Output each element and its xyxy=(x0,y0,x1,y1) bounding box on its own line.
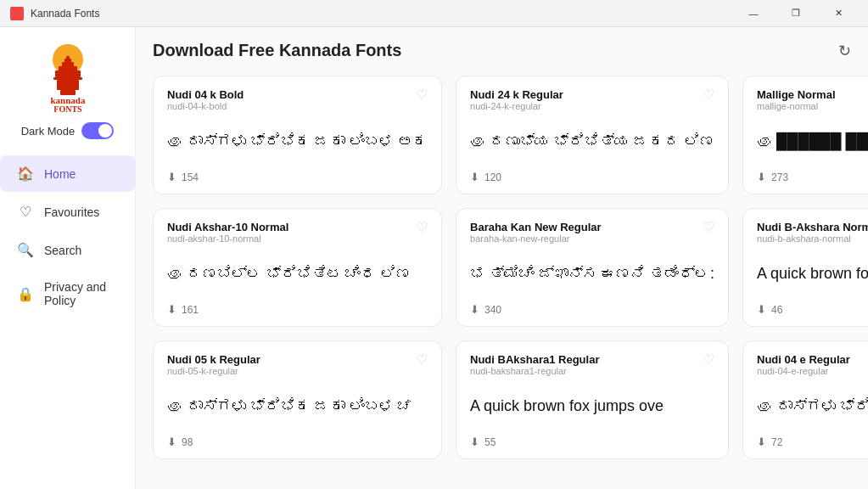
download-count: 55 xyxy=(484,436,496,448)
font-name: Nudi 04 e Regular xyxy=(757,353,850,366)
download-count: 154 xyxy=(182,171,199,183)
sidebar-item-search[interactable]: 🔍 Search xyxy=(0,232,135,268)
font-preview: A quick brown fox jumps ove xyxy=(470,383,714,429)
svg-rect-5 xyxy=(66,56,70,60)
font-name: Nudi 05 k Regular xyxy=(167,353,260,366)
download-count: 72 xyxy=(771,436,782,448)
font-footer: ⬇ 120 xyxy=(470,171,714,183)
font-info: Nudi Akshar-10 Normal nudi-akshar-10-nor… xyxy=(167,221,288,249)
font-card: Nudi 04 e Regular nudi-04-e-regular ♡ ಄ … xyxy=(742,340,868,459)
favourite-button[interactable]: ♡ xyxy=(416,221,428,234)
heart-icon: ♡ xyxy=(17,204,34,220)
font-slug: nudi-24-k-regular xyxy=(470,101,563,111)
font-footer: ⬇ 340 xyxy=(470,303,714,316)
app-title: Kannada Fonts xyxy=(31,8,99,20)
font-slug: nudi-akshar-10-normal xyxy=(167,233,288,244)
minimize-button[interactable]: — xyxy=(734,0,773,27)
toggle-knob xyxy=(98,124,112,138)
font-info: Nudi 04 k Bold nudi-04-k-bold xyxy=(167,88,244,116)
download-icon: ⬇ xyxy=(167,171,176,183)
font-card: Nudi Akshar-10 Normal nudi-akshar-10-nor… xyxy=(153,208,442,327)
refresh-button[interactable]: ↻ xyxy=(838,42,851,60)
app-logo: kannada FONTS xyxy=(30,41,106,117)
font-footer: ⬇ 154 xyxy=(167,171,428,183)
favourite-button[interactable]: ♡ xyxy=(703,353,714,367)
sidebar-item-privacy[interactable]: 🔒 Privacy and Policy xyxy=(0,270,135,318)
sidebar-item-home[interactable]: 🏠 Home xyxy=(0,155,135,192)
font-slug: nudi-04-k-bold xyxy=(167,101,244,111)
font-card-header: Nudi Akshar-10 Normal nudi-akshar-10-nor… xyxy=(167,221,428,249)
download-icon: ⬇ xyxy=(167,436,176,448)
maximize-button[interactable]: ❐ xyxy=(776,0,815,27)
font-card-header: Nudi 04 k Bold nudi-04-k-bold ♡ xyxy=(167,88,428,116)
titlebar-left: Kannada Fonts xyxy=(10,7,99,20)
font-preview: ಄ ██████ ████ █████ ████ ████ █ xyxy=(757,118,868,164)
font-preview: ಭ ತ್ಮಿಚಿಂ ಜ್ಞಾನ್ಸ ಈಣನಿ ತಡಿಂಧ್ಲ: xyxy=(470,250,714,296)
font-name: Nudi Akshar-10 Normal xyxy=(167,221,288,233)
font-info: Nudi 24 k Regular nudi-24-k-regular xyxy=(470,88,563,116)
font-footer: ⬇ 161 xyxy=(167,303,428,316)
font-footer: ⬇ 46 xyxy=(757,303,868,316)
font-info: Nudi 05 k Regular nudi-05-k-regular xyxy=(167,353,260,381)
font-name: Baraha Kan New Regular xyxy=(470,221,602,233)
download-count: 273 xyxy=(771,171,788,183)
download-icon: ⬇ xyxy=(757,303,766,316)
download-icon: ⬇ xyxy=(757,171,766,183)
font-footer: ⬇ 55 xyxy=(470,436,714,448)
download-icon: ⬇ xyxy=(470,171,479,183)
font-info: Baraha Kan New Regular baraha-kan-new-re… xyxy=(470,221,602,249)
font-footer: ⬇ 98 xyxy=(167,436,428,448)
sidebar-item-home-label: Home xyxy=(44,167,76,181)
svg-text:FONTS: FONTS xyxy=(53,104,82,114)
font-info: Nudi B-Akshara Normal nudi-b-akshara-nor… xyxy=(757,221,868,249)
dark-mode-toggle[interactable] xyxy=(81,122,114,139)
font-name: Nudi 24 k Regular xyxy=(470,88,563,101)
titlebar-controls: — ❐ ✕ xyxy=(734,0,858,27)
titlebar: Kannada Fonts — ❐ ✕ xyxy=(0,0,868,27)
font-card-header: Nudi 05 k Regular nudi-05-k-regular ♡ xyxy=(167,353,428,381)
sidebar-item-favourites[interactable]: ♡ Favourites xyxy=(0,194,135,230)
font-card-header: Nudi 24 k Regular nudi-24-k-regular ♡ xyxy=(470,88,714,116)
dark-mode-label: Dark Mode xyxy=(21,125,76,138)
download-icon: ⬇ xyxy=(470,436,479,448)
font-info: Mallige Normal mallige-normal xyxy=(757,88,835,116)
font-info: Nudi BAkshara1 Regular nudi-bakshara1-re… xyxy=(470,353,599,381)
font-card-header: Nudi B-Akshara Normal nudi-b-akshara-nor… xyxy=(757,221,868,249)
sidebar-item-privacy-label: Privacy and Policy xyxy=(44,280,118,307)
favourite-button[interactable]: ♡ xyxy=(416,88,428,102)
font-card-header: Baraha Kan New Regular baraha-kan-new-re… xyxy=(470,221,714,249)
font-card: Baraha Kan New Regular baraha-kan-new-re… xyxy=(456,208,729,327)
font-card-header: Mallige Normal mallige-normal ♡ xyxy=(757,88,868,116)
font-name: Nudi 04 k Bold xyxy=(167,88,244,101)
dark-mode-row: Dark Mode xyxy=(0,122,135,139)
privacy-icon: 🔒 xyxy=(17,286,34,302)
main-header: Download Free Kannada Fonts ↻ xyxy=(153,41,851,60)
font-name: Nudi BAkshara1 Regular xyxy=(470,353,599,366)
download-count: 46 xyxy=(771,304,782,316)
font-preview: ಄ ದಾಸ್ಗಳು ಭ್ರಿಭಿಕ ಜಕಾ ಲಿಂಬಳ ಅಕ xyxy=(167,118,428,164)
app-icon xyxy=(10,7,24,20)
font-card-header: Nudi BAkshara1 Regular nudi-bakshara1-re… xyxy=(470,353,714,381)
favourite-button[interactable]: ♡ xyxy=(416,353,428,367)
download-count: 120 xyxy=(484,171,501,183)
font-card: Nudi 05 k Regular nudi-05-k-regular ♡ ಄ … xyxy=(153,340,442,459)
font-card-header: Nudi 04 e Regular nudi-04-e-regular ♡ xyxy=(757,353,868,381)
download-count: 340 xyxy=(484,304,501,316)
font-slug: baraha-kan-new-regular xyxy=(470,233,602,244)
download-count: 161 xyxy=(182,304,199,316)
favourite-button[interactable]: ♡ xyxy=(703,88,714,102)
sidebar: kannada FONTS Dark Mode 🏠 Home ♡ Favouri… xyxy=(0,27,136,489)
download-count: 98 xyxy=(182,436,193,448)
download-icon: ⬇ xyxy=(167,303,176,316)
font-slug: nudi-05-k-regular xyxy=(167,366,260,376)
favourite-button[interactable]: ♡ xyxy=(703,221,714,234)
download-icon: ⬇ xyxy=(757,436,766,448)
font-footer: ⬇ 273 xyxy=(757,171,868,183)
font-slug: nudi-04-e-regular xyxy=(757,366,850,376)
font-name: Mallige Normal xyxy=(757,88,835,101)
font-preview: ಄ ದಾಸ್ಗಳು ಭ್ರಿಭಿಕ ಜಕಾ ಲಿಂಬಳ ಅ xyxy=(757,383,868,429)
home-icon: 🏠 xyxy=(17,166,34,182)
font-card: Nudi 24 k Regular nudi-24-k-regular ♡ ಄ … xyxy=(456,76,729,194)
font-info: Nudi 04 e Regular nudi-04-e-regular xyxy=(757,353,850,381)
close-button[interactable]: ✕ xyxy=(819,0,858,27)
